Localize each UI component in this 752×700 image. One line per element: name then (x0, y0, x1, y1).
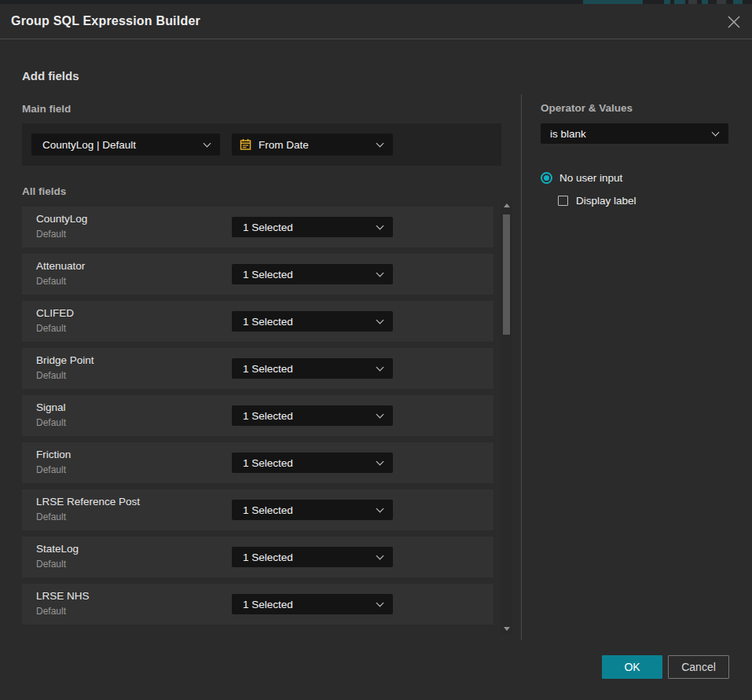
chevron-down-icon (376, 505, 384, 513)
ok-button[interactable]: OK (602, 655, 662, 679)
field-selection-value: 1 Selected (243, 504, 293, 516)
field-name: Signal (36, 401, 66, 413)
field-selection-dropdown[interactable]: 1 Selected (232, 358, 393, 379)
field-selection-dropdown[interactable]: 1 Selected (232, 453, 393, 473)
dialog-title: Group SQL Expression Builder (11, 14, 200, 28)
add-fields-heading: Add fields (22, 69, 79, 82)
field-select-dropdown[interactable]: From Date (232, 134, 393, 156)
field-name: Bridge Point (36, 354, 94, 366)
field-subtitle: Default (36, 276, 66, 287)
layer-select-dropdown[interactable]: CountyLog | Default (31, 134, 220, 156)
main-field-panel: CountyLog | Default From Date (22, 123, 501, 166)
display-label-text: Display label (576, 195, 636, 207)
main-field-label: Main field (22, 103, 71, 115)
field-selection-value: 1 Selected (243, 457, 293, 469)
field-row: CountyLog Default 1 Selected (22, 207, 493, 247)
scrollbar-thumb[interactable] (503, 214, 510, 335)
chevron-down-icon (376, 317, 384, 324)
chevron-down-icon (376, 458, 384, 466)
field-selection-dropdown[interactable]: 1 Selected (232, 594, 393, 614)
field-row: StateLog Default 1 Selected (22, 537, 493, 577)
field-selection-dropdown[interactable]: 1 Selected (232, 405, 393, 426)
field-subtitle: Default (36, 370, 66, 381)
field-subtitle: Default (36, 511, 66, 522)
field-selection-dropdown[interactable]: 1 Selected (232, 217, 393, 237)
field-selection-value: 1 Selected (243, 552, 293, 563)
radio-selected-icon (541, 172, 552, 184)
close-icon[interactable] (726, 14, 742, 30)
field-name: StateLog (36, 543, 79, 555)
cancel-button[interactable]: Cancel (668, 655, 729, 679)
chevron-down-icon (376, 364, 384, 372)
field-subtitle: Default (36, 464, 66, 475)
field-name: Attenuator (36, 260, 85, 272)
checkbox-unchecked-icon (558, 196, 568, 206)
group-sql-expression-builder-dialog: Group SQL Expression Builder Add fields … (0, 4, 752, 700)
chevron-down-icon (376, 599, 384, 607)
field-selection-value: 1 Selected (243, 599, 293, 610)
field-row: Friction Default 1 Selected (22, 442, 493, 483)
field-row: LRSE Reference Post Default 1 Selected (22, 489, 493, 530)
field-subtitle: Default (36, 229, 66, 240)
field-selection-dropdown[interactable]: 1 Selected (232, 547, 393, 567)
field-row: Signal Default 1 Selected (22, 395, 493, 436)
field-selection-dropdown[interactable]: 1 Selected (232, 264, 393, 284)
field-subtitle: Default (36, 606, 66, 617)
chevron-down-icon (712, 129, 720, 137)
chevron-down-icon (376, 222, 384, 230)
scroll-down-arrow-icon[interactable] (504, 627, 510, 631)
field-subtitle: Default (36, 559, 66, 570)
chevron-down-icon (376, 552, 384, 560)
field-row: LRSE NHS Default 1 Selected (22, 584, 493, 625)
panel-divider (521, 94, 522, 640)
chevron-down-icon (376, 140, 384, 148)
screen: Group SQL Expression Builder Add fields … (0, 0, 752, 700)
operator-select-dropdown[interactable]: is blank (541, 123, 728, 144)
field-name: CLIFED (36, 307, 74, 319)
field-name: Friction (36, 449, 71, 460)
calendar-date-icon (240, 138, 251, 151)
no-user-input-label: No user input (559, 172, 622, 184)
field-selection-dropdown[interactable]: 1 Selected (232, 311, 393, 332)
field-selection-value: 1 Selected (243, 269, 293, 280)
layer-select-value: CountyLog | Default (42, 139, 136, 151)
chevron-down-icon (376, 411, 384, 419)
display-label-checkbox[interactable]: Display label (558, 195, 636, 207)
field-selection-value: 1 Selected (243, 410, 293, 422)
field-row: CLIFED Default 1 Selected (22, 301, 493, 342)
field-name: LRSE Reference Post (36, 496, 140, 508)
field-selection-value: 1 Selected (243, 316, 293, 328)
chevron-down-icon (376, 269, 384, 277)
field-select-value: From Date (259, 139, 309, 151)
scroll-up-arrow-icon[interactable] (504, 203, 510, 207)
field-name: CountyLog (36, 213, 87, 225)
all-fields-label: All fields (22, 185, 66, 197)
field-row: Attenuator Default 1 Selected (22, 254, 493, 295)
dialog-header: Group SQL Expression Builder (0, 4, 752, 39)
operator-select-value: is blank (550, 128, 586, 140)
chevron-down-icon (204, 140, 211, 148)
field-name: LRSE NHS (36, 590, 90, 602)
list-scrollbar[interactable] (501, 200, 512, 634)
field-row: Bridge Point Default 1 Selected (22, 348, 493, 389)
operator-values-label: Operator & Values (541, 102, 633, 114)
field-subtitle: Default (36, 323, 66, 334)
no-user-input-radio[interactable]: No user input (541, 172, 622, 184)
field-selection-dropdown[interactable]: 1 Selected (232, 500, 393, 520)
field-selection-value: 1 Selected (243, 222, 293, 233)
field-selection-value: 1 Selected (243, 363, 293, 375)
field-subtitle: Default (36, 417, 66, 428)
